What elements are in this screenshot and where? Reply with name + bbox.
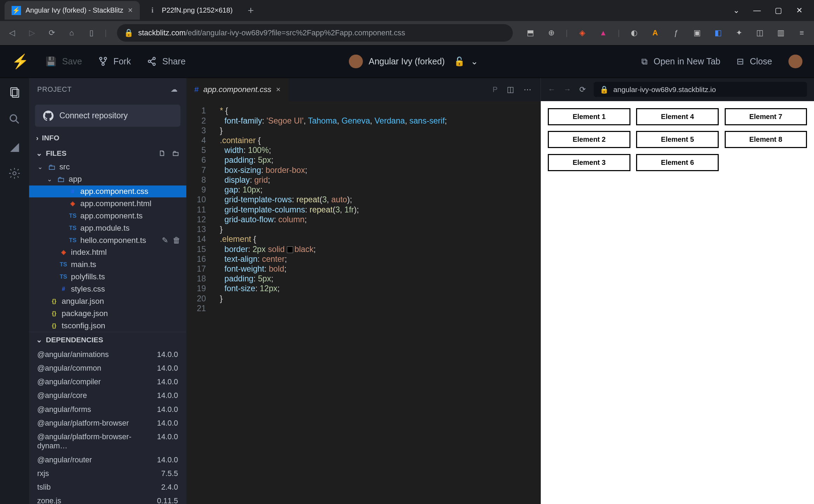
lock-open-icon[interactable]: 🔓 (451, 56, 465, 66)
file-name: hello.component.ts (80, 236, 146, 245)
explorer-icon[interactable] (8, 86, 21, 99)
preview-pane: ← → ⟳ 🔒 angular-ivy-ow68v9.stackblitz.io… (540, 78, 814, 504)
brave-rewards-icon[interactable]: ▲ (597, 28, 610, 37)
github-icon (43, 111, 54, 121)
dependency-row[interactable]: @angular/platform-browser-dynam…14.0.0 (29, 430, 186, 453)
extensions-icon[interactable]: ✦ (733, 28, 746, 37)
ext-icon[interactable]: ƒ (670, 28, 683, 37)
file-row[interactable]: TS hello.component.ts ✎🗑 (29, 234, 186, 246)
stackblitz-logo-icon[interactable]: ⚡ (12, 53, 29, 70)
file-row[interactable]: TS app.module.ts (29, 222, 186, 234)
ext-icon[interactable]: ◧ (712, 28, 725, 37)
info-section-header[interactable]: › INFO (29, 130, 186, 146)
editor-tab-active[interactable]: # app.component.css × (186, 78, 289, 101)
dependency-row[interactable]: zone.js0.11.5 (29, 494, 186, 504)
nav-home-icon[interactable]: ⌂ (65, 28, 78, 37)
code-editor[interactable]: 123456789101112131415161718192021 * { fo… (186, 101, 541, 504)
save-button[interactable]: 💾 Save (46, 56, 82, 66)
ext-icon[interactable]: ▣ (691, 28, 704, 37)
dependency-row[interactable]: @angular/compiler14.0.0 (29, 375, 186, 389)
file-icon: TS (68, 225, 78, 232)
svg-point-0 (99, 57, 102, 60)
preview-toolbar: ← → ⟳ 🔒 angular-ivy-ow68v9.stackblitz.io (541, 78, 814, 101)
connect-repo-label: Connect repository (59, 111, 127, 120)
install-icon[interactable]: ⬒ (524, 28, 537, 37)
dependency-row[interactable]: @angular/core14.0.0 (29, 389, 186, 402)
preview-url-bar[interactable]: 🔒 angular-ivy-ow68v9.stackblitz.io (594, 82, 807, 97)
folder-app[interactable]: ⌄🗀app (29, 173, 186, 186)
files-section-header[interactable]: ⌄ FILES 🗋 🗀 (29, 146, 186, 161)
dep-name: rxjs (37, 469, 49, 478)
dependency-row[interactable]: @angular/router14.0.0 (29, 453, 186, 467)
preview-reload-icon[interactable]: ⟳ (579, 85, 586, 94)
dependency-row[interactable]: rxjs7.5.5 (29, 467, 186, 480)
sidepanel-icon[interactable]: ◫ (753, 28, 766, 37)
browser-menu-icon[interactable]: ≡ (795, 28, 808, 37)
tab-overview-icon[interactable]: ▥ (774, 28, 787, 37)
connect-repo-button[interactable]: Connect repository (35, 105, 180, 127)
code-content[interactable]: * { font-family: 'Segoe UI', Tahoma, Gen… (214, 101, 447, 504)
brave-shield-icon[interactable]: ◈ (576, 28, 589, 37)
tab-close-icon[interactable]: × (276, 85, 281, 94)
open-new-tab-button[interactable]: ⧉ Open in New Tab (641, 56, 720, 66)
zoom-icon[interactable]: ⊕ (545, 28, 558, 37)
dependency-row[interactable]: @angular/animations14.0.0 (29, 348, 186, 361)
address-bar[interactable]: 🔒 stackblitz.com/edit/angular-ivy-ow68v9… (117, 24, 512, 42)
file-row[interactable]: {} angular.json (29, 295, 186, 307)
settings-icon[interactable] (8, 167, 21, 180)
dependency-row[interactable]: @angular/forms14.0.0 (29, 402, 186, 416)
preview-back-icon[interactable]: ← (548, 85, 556, 94)
nav-bookmark-icon[interactable]: ▯ (85, 28, 98, 37)
window-close-icon[interactable]: ✕ (796, 6, 802, 15)
cloud-download-icon[interactable]: ☁ (171, 85, 178, 93)
chevron-down-icon[interactable]: ⌄ (733, 6, 739, 15)
ext-icon[interactable]: ◐ (628, 28, 641, 37)
dependency-row[interactable]: tslib2.4.0 (29, 481, 186, 494)
new-tab-button[interactable]: + (241, 5, 261, 16)
file-row[interactable]: TS app.component.ts (29, 210, 186, 222)
share-button[interactable]: Share (147, 56, 186, 66)
file-row[interactable]: TS polyfills.ts (29, 271, 186, 283)
preview-forward-icon[interactable]: → (564, 85, 571, 94)
firebase-icon[interactable]: ◢ (10, 140, 19, 153)
new-folder-icon[interactable]: 🗀 (172, 149, 179, 158)
nav-reload-icon[interactable]: ⟳ (46, 28, 58, 37)
close-preview-button[interactable]: ⊟ Close (737, 56, 772, 66)
nav-back-icon[interactable]: ◁ (6, 28, 19, 37)
file-row[interactable]: ◈ index.html (29, 246, 186, 259)
more-actions-icon[interactable]: ⋯ (524, 85, 531, 94)
browser-tab-inactive[interactable]: i P22fN.png (1252×618) (141, 1, 240, 20)
file-row[interactable]: # styles.css (29, 283, 186, 295)
file-row[interactable]: # app.component.css (29, 186, 186, 198)
open-new-tab-label: Open in New Tab (654, 56, 720, 66)
dependency-row[interactable]: @angular/common14.0.0 (29, 361, 186, 375)
project-header: PROJECT ☁ (29, 78, 186, 101)
edit-icon[interactable]: ✎ (162, 236, 168, 245)
window-minimize-icon[interactable]: — (753, 6, 761, 15)
project-title[interactable]: Angular Ivy (forked) 🔓 ⌄ (349, 55, 478, 69)
stackblitz-favicon-icon: ⚡ (12, 6, 21, 15)
files-label: FILES (46, 149, 67, 158)
user-avatar[interactable] (788, 55, 802, 69)
chevron-down-icon[interactable]: ⌄ (471, 56, 478, 66)
window-maximize-icon[interactable]: ▢ (775, 6, 782, 15)
dep-version: 0.11.5 (157, 496, 178, 504)
nav-forward-icon: ▷ (26, 28, 39, 37)
svg-point-5 (153, 63, 156, 66)
split-editor-icon[interactable]: ◫ (507, 85, 514, 94)
file-row[interactable]: TS main.ts (29, 259, 186, 271)
fork-button[interactable]: Fork (98, 56, 131, 66)
new-file-icon[interactable]: 🗋 (159, 149, 166, 158)
ext-icon[interactable]: A (649, 28, 662, 37)
file-row[interactable]: {} tsconfig.json (29, 320, 186, 332)
tab-close-icon[interactable]: × (128, 6, 133, 15)
delete-icon[interactable]: 🗑 (173, 236, 180, 245)
file-row[interactable]: {} package.json (29, 307, 186, 320)
folder-src[interactable]: ⌄🗀src (29, 161, 186, 173)
file-row[interactable]: ◈ app.component.html (29, 197, 186, 210)
browser-tab-active[interactable]: ⚡ Angular Ivy (forked) - StackBlitz × (5, 1, 140, 20)
deps-section-header[interactable]: ⌄ DEPENDENCIES (29, 332, 186, 348)
search-icon[interactable] (8, 113, 21, 126)
prettier-icon[interactable]: P (492, 85, 497, 94)
dependency-row[interactable]: @angular/platform-browser14.0.0 (29, 416, 186, 430)
